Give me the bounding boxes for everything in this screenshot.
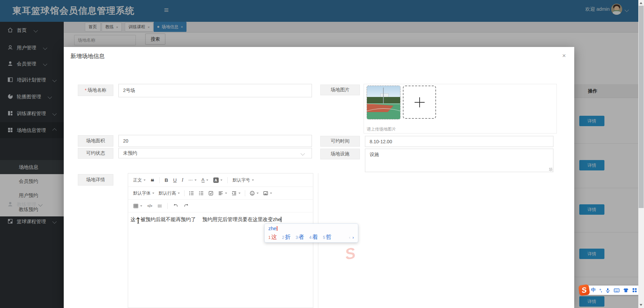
font-size-dropdown[interactable]: 默认字号 (233, 177, 254, 183)
close-icon[interactable]: × (562, 52, 566, 59)
ime-candidate-3[interactable]: 3者 (296, 233, 304, 241)
toolbar-separator (159, 177, 160, 183)
book-time-input[interactable]: 8.10-12.00 (365, 136, 553, 147)
screen: 東耳篮球馆会员信息管理系统 ≡ 欢迎 admin 首页 用户管理 会员管理 (0, 0, 644, 308)
upload-hint: 请上传场地图片 (367, 126, 396, 132)
venue-name-label: * 场地名称 (78, 85, 113, 96)
photo-court-arc (367, 108, 400, 119)
ime-candidate-window: zhe 1这 2折 3者 4着 5哲 ‹› (264, 223, 358, 243)
resize-handle[interactable] (549, 168, 552, 171)
field-label: 场地名称 (88, 87, 106, 93)
redo-icon[interactable] (183, 203, 189, 209)
field-label: 可约时间 (331, 138, 350, 144)
ime-candidate-4[interactable]: 4着 (309, 233, 318, 241)
more-styles-dropdown[interactable]: ⋯ (189, 177, 197, 183)
field-label: 可约状态 (86, 150, 105, 156)
editor-toolbar-row3: </> (128, 200, 313, 212)
venue-area-value: 20 (123, 138, 128, 144)
font-color-dropdown[interactable]: A (202, 177, 208, 183)
toolbar-separator (184, 190, 184, 196)
venue-image-cell: 请上传场地图片 (364, 84, 557, 134)
photo-court-line (367, 104, 400, 104)
toolbar-separator (227, 177, 228, 183)
vertical-scrollbar[interactable] (638, 0, 644, 308)
italic-icon[interactable]: I (182, 177, 183, 183)
ordered-list-icon[interactable] (199, 191, 204, 196)
toolbar-separator (245, 190, 245, 196)
text-caret (281, 217, 281, 222)
bullet-list-icon[interactable] (189, 191, 194, 196)
photo-pole (383, 88, 384, 104)
horizontal-rule-icon[interactable] (157, 203, 162, 209)
book-status-value: 未预约 (123, 150, 137, 156)
bg-color-dropdown[interactable]: A (213, 177, 222, 183)
editor-content[interactable]: 这个被预约后就不能再预约了 预约用完后管理员要在这里改变zhe (130, 216, 312, 223)
scroll-up-icon[interactable] (640, 2, 642, 4)
next-page-icon[interactable]: › (353, 235, 354, 240)
align-dropdown[interactable] (218, 191, 227, 196)
chevron-down-icon (301, 151, 305, 156)
skin-icon[interactable] (623, 288, 629, 293)
required-asterisk: * (85, 88, 87, 93)
book-status-label: 可约状态 (78, 148, 113, 159)
sogou-logo-icon[interactable]: S (578, 284, 590, 296)
field-label: 场地图片 (331, 87, 350, 93)
bold-icon[interactable]: B (165, 177, 168, 183)
venue-area-label: 场地面积 (78, 135, 113, 147)
ibeam-cursor (138, 218, 139, 223)
facility-textarea[interactable]: 设施 (365, 149, 553, 172)
table-dropdown[interactable] (133, 203, 142, 209)
chinese-mode-icon[interactable]: 中 (591, 287, 596, 293)
upload-button[interactable] (403, 86, 436, 119)
book-time-value: 8.10-12.00 (370, 139, 392, 144)
undo-icon[interactable] (173, 203, 178, 209)
editor-toolbar-row1: 正文 ❝ B U I ⋯ A A 默认字号 (128, 173, 313, 187)
editor-text: 这个被预约后就不能再预约了 预约用完后管理员要在这里改变zhe (130, 216, 281, 222)
field-label: 场地设施 (331, 151, 350, 157)
ime-candidate-2[interactable]: 2折 (282, 233, 291, 241)
book-status-select[interactable]: 未预约 (118, 148, 312, 158)
editor-toolbar-row2: 默认字体 默认行高 (128, 187, 313, 200)
code-icon[interactable]: </> (147, 204, 152, 208)
keyboard-icon[interactable] (614, 288, 620, 293)
blockquote-icon[interactable]: ❝ (151, 177, 154, 183)
underline-icon[interactable]: U (173, 177, 176, 183)
ime-candidate-5[interactable]: 5哲 (323, 233, 332, 241)
toolbar-separator (167, 203, 168, 209)
toolbox-icon[interactable] (632, 288, 637, 293)
ime-composition: zhe (268, 225, 277, 231)
modal-title: 新增场地信息 (70, 52, 105, 60)
paragraph-style-dropdown[interactable]: 正文 (133, 177, 146, 183)
venue-image-label: 场地图片 (320, 85, 360, 95)
venue-area-input[interactable]: 20 (118, 135, 312, 147)
facility-value: 设施 (370, 152, 379, 157)
venue-photo-thumbnail[interactable] (367, 86, 400, 119)
prev-page-icon[interactable]: ‹ (349, 235, 350, 240)
ime-candidates: 1这 2折 3者 4着 5哲 (268, 233, 331, 241)
scroll-down-icon[interactable] (640, 304, 642, 306)
venue-name-value: 2号场 (123, 88, 135, 94)
line-height-dropdown[interactable]: 默认行高 (159, 190, 180, 196)
emoji-dropdown[interactable] (250, 191, 259, 196)
punctuation-icon[interactable]: °, (599, 288, 602, 293)
indent-dropdown[interactable] (231, 191, 240, 196)
mic-icon[interactable] (605, 288, 610, 293)
task-list-icon[interactable] (208, 191, 214, 196)
add-venue-modal: 新增场地信息 × * 场地名称 2号场 场地面积 20 可约状态 未预约 场地详… (64, 47, 574, 308)
field-label: 场地详情 (86, 177, 105, 183)
facility-label: 场地设施 (320, 149, 360, 159)
image-dropdown[interactable] (263, 191, 272, 196)
font-family-dropdown[interactable]: 默认字体 (133, 190, 154, 196)
scrollbar-thumb[interactable] (639, 6, 644, 208)
plus-icon (419, 97, 420, 107)
book-time-label: 可约时间 (320, 136, 360, 147)
ime-paging: ‹› (349, 235, 354, 240)
field-label: 场地面积 (86, 138, 105, 144)
sogou-input-toolbar: S 中 °, (580, 286, 639, 295)
venue-name-input[interactable]: 2号场 (118, 84, 312, 97)
venue-detail-label: 场地详情 (78, 174, 113, 186)
ime-candidate-1[interactable]: 1这 (268, 233, 277, 241)
ime-caret (277, 226, 277, 231)
